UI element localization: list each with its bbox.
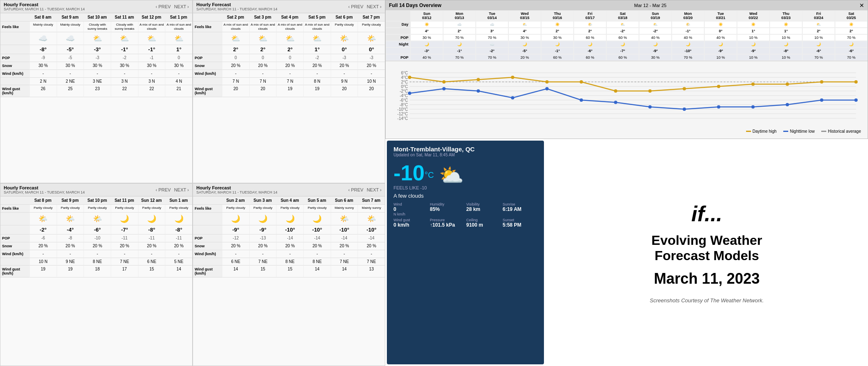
prev-btn-2[interactable]: ‹ PREV: [348, 4, 363, 9]
ov-dow-10: Wed03/22: [737, 10, 770, 21]
wind-gust-1: 19: [57, 266, 84, 277]
weather-icon-5: 🌙: [166, 214, 191, 223]
panel2-nav[interactable]: ‹ PREV NEXT ›: [348, 4, 382, 9]
wind-val-2: -: [276, 70, 303, 78]
wind-num-0: 10 N: [29, 258, 57, 266]
temp-main-val-1: 2°: [260, 46, 265, 53]
row-label-empty: [0, 196, 29, 205]
legend-night: Nighttime low: [783, 129, 815, 134]
temp-sub-val-3: -11: [122, 236, 127, 240]
temp-sub-5: -11: [165, 234, 192, 242]
wind-gust-4: 20: [331, 85, 358, 97]
icon-cell-1: ☁️: [57, 32, 84, 45]
temp-sub-val-1: -13: [260, 236, 266, 240]
temp-main-1: -5°: [57, 45, 84, 54]
overview-header: Full 14 Days Overview Mar 12 - Mar 25 ✕: [386, 0, 868, 10]
temp-sub-0: -12: [222, 234, 249, 242]
wind-val-1: -: [249, 250, 277, 258]
temp-main-4: -8°: [138, 225, 165, 234]
wind-gust-2: 15: [276, 266, 303, 277]
row-label-snow: Snow: [0, 62, 29, 70]
ov-dow-11: Thu03/23: [770, 10, 802, 21]
ov-day-icon-0: ☀️: [410, 21, 443, 28]
weather-icon-5: 🌤️: [359, 214, 384, 223]
panel4-table: Sun 2 amSun 3 amSun 4 amSun 5 amSun 6 am…: [193, 196, 385, 277]
next-btn-2[interactable]: NEXT ›: [367, 4, 382, 9]
prev-btn-4[interactable]: ‹ PREV: [348, 187, 363, 192]
wind-num-2: 8 NE: [276, 258, 303, 266]
next-btn-4[interactable]: NEXT ›: [367, 187, 382, 192]
wind-gust-2: 23: [83, 85, 111, 97]
condition-cell-2: Partly cloudy: [83, 205, 111, 213]
icon-cell-4: 🌙: [138, 213, 165, 225]
wind-gust-1: 15: [249, 266, 277, 277]
icon-cell-5: ⛅: [165, 32, 192, 45]
legend-day: Daytime high: [746, 129, 777, 134]
row-label-sub: POP: [0, 234, 29, 242]
snow-cell-0: 20 %: [222, 242, 249, 250]
temp-sub-val-4: -1: [150, 55, 154, 60]
weather-icon-2: ⛅: [85, 34, 110, 43]
temp-main-1: 2°: [249, 45, 277, 54]
temp-main-val-4: 0°: [342, 46, 347, 53]
prev-btn-1[interactable]: ‹ PREV: [155, 4, 171, 9]
wind-val-3: -: [111, 250, 138, 258]
col-header-0: Sat 2 pm: [222, 13, 249, 22]
ov-night-temp-6: -7°: [606, 48, 639, 54]
ov-day-icon-3: ⛅: [508, 21, 541, 28]
wind-gust-3: 22: [111, 85, 138, 97]
row-label-feels: Feels like: [0, 205, 29, 213]
temp-sub-3: -2: [303, 54, 331, 62]
temp-sub-val-5: -3: [370, 55, 373, 60]
col-header-5: Sun 1 am: [165, 196, 192, 205]
temp-sub-5: -14: [358, 234, 385, 242]
condition-cell-2: Cloudy with sunny breaks: [83, 22, 111, 32]
temp-main-5: -10°: [358, 225, 385, 234]
snow-cell-4: 30 %: [138, 62, 165, 70]
ov-dow-5: Fri03/17: [574, 10, 606, 21]
wind-gust-0: 19: [29, 266, 57, 277]
temp-sub-val-3: -2: [315, 55, 319, 60]
overview-panel: Full 14 Days Overview Mar 12 - Mar 25 ✕ …: [385, 0, 868, 139]
ov-day-icon-2: ☁️: [476, 21, 508, 28]
weather-icon-4: 🌤️: [332, 214, 357, 223]
panel1-nav[interactable]: ‹ PREV NEXT ›: [155, 4, 189, 9]
ov-day-temp-7: -2°: [639, 28, 672, 34]
wind-num-5: 7 NE: [358, 258, 385, 266]
panel3-daterange: SATURDAY, MARCH 11 - TUESDAY, MARCH 14: [4, 190, 85, 194]
wind-val-1: -: [57, 250, 84, 258]
wind-gust-5: 13: [358, 266, 385, 277]
temp-sub-val-5: -11: [176, 236, 181, 240]
condition-cell-0: Mainly cloudy: [29, 22, 57, 32]
row-label-feels: Feels like: [193, 22, 222, 32]
icon-cell-1: 🌙: [249, 213, 277, 225]
row-label-windgust: Wind gust (km/h): [0, 266, 29, 277]
icon-cell-4: 🌤️: [331, 213, 358, 225]
legend-hist-dot: [821, 131, 826, 132]
panel4-nav[interactable]: ‹ PREV NEXT ›: [348, 187, 382, 192]
ov-night-temp-9: -9°: [704, 48, 737, 54]
col-header-0: Sat 8 am: [29, 13, 57, 22]
wind-num-1: 7 N: [249, 78, 277, 85]
next-btn-1[interactable]: NEXT ›: [174, 4, 189, 9]
snow-cell-4: 20 %: [331, 242, 358, 250]
if-credit: Screenshots Courtesy of The Weather Netw…: [650, 297, 764, 304]
panel3-nav[interactable]: ‹ PREV NEXT ›: [155, 187, 189, 192]
snow-cell-0: 20 %: [29, 242, 57, 250]
weather-icon-3: 🌙: [112, 214, 137, 223]
next-btn-3[interactable]: NEXT ›: [174, 187, 189, 192]
wind-gust-4: 22: [138, 85, 165, 97]
ov-night-pop-8: 70 %: [672, 54, 704, 61]
ov-label-daytemp: [386, 28, 410, 34]
icon-cell-5: 🌤️: [358, 32, 385, 45]
ov-night-temp-3: -5°: [508, 48, 541, 54]
temp-sub-0: -9: [29, 54, 57, 62]
prev-btn-3[interactable]: ‹ PREV: [155, 187, 171, 192]
wind-gust-2: 18: [83, 266, 111, 277]
overview-close-button[interactable]: ✕: [859, 2, 864, 9]
snow-cell-1: 20 %: [249, 62, 277, 70]
panel3-header: Hourly Forecast SATURDAY, MARCH 11 - TUE…: [0, 184, 192, 196]
col-header-3: Sat 11 pm: [111, 196, 138, 205]
wind-num-3: 3 N: [111, 78, 138, 85]
temp-main-val-5: 0°: [369, 46, 374, 53]
